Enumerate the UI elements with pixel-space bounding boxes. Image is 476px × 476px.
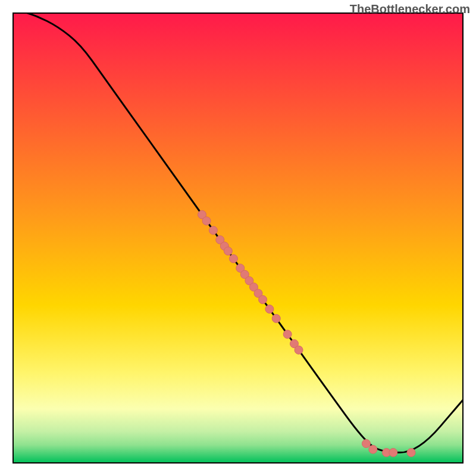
data-point — [362, 439, 370, 447]
data-point — [202, 217, 211, 225]
data-point — [259, 296, 267, 304]
data-point — [389, 449, 397, 457]
data-point — [407, 449, 415, 457]
data-point — [369, 445, 377, 453]
watermark-text: TheBottlenecker.com — [350, 2, 470, 16]
data-point — [209, 226, 217, 234]
data-point — [229, 255, 237, 263]
bottleneck-chart — [0, 0, 476, 476]
data-point — [283, 330, 292, 339]
data-point — [272, 314, 280, 322]
gradient-background — [13, 13, 463, 463]
data-point — [224, 247, 232, 255]
data-point — [265, 305, 274, 313]
data-point — [295, 346, 303, 354]
chart-container: TheBottlenecker.com — [0, 0, 476, 476]
